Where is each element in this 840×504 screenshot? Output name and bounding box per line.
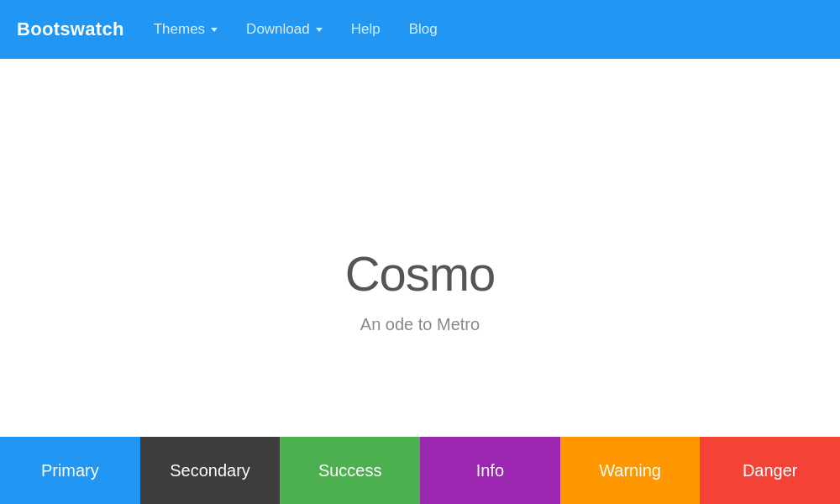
navbar-nav: Themes Download Help Blog [141,13,450,46]
main-content: Cosmo An ode to Metro Primary Secondary … [0,59,840,504]
nav-label-download: Download [246,21,310,38]
hero-subtitle: An ode to Metro [360,315,480,334]
chevron-down-icon [211,28,218,32]
button-success[interactable]: Success [280,437,420,504]
nav-label-blog: Blog [409,21,438,38]
navbar: Bootswatch Themes Download Help Blog [0,0,840,59]
nav-item-themes: Themes [141,13,230,46]
hero-title: Cosmo [345,245,496,302]
nav-item-help: Help [339,13,393,46]
button-primary[interactable]: Primary [0,437,140,504]
button-danger[interactable]: Danger [700,437,840,504]
chevron-down-icon-download [316,28,323,32]
nav-link-blog[interactable]: Blog [396,13,450,46]
nav-item-blog: Blog [396,13,450,46]
navbar-brand[interactable]: Bootswatch [17,18,124,40]
nav-link-themes[interactable]: Themes [141,13,230,46]
nav-label-themes: Themes [154,21,205,38]
button-secondary[interactable]: Secondary [140,437,281,504]
nav-item-download: Download [234,13,335,46]
button-row: Primary Secondary Success Info Warning D… [0,437,840,504]
button-warning[interactable]: Warning [560,437,701,504]
button-info[interactable]: Info [420,437,560,504]
nav-link-download[interactable]: Download [234,13,335,46]
nav-label-help: Help [351,21,381,38]
nav-link-help[interactable]: Help [339,13,393,46]
